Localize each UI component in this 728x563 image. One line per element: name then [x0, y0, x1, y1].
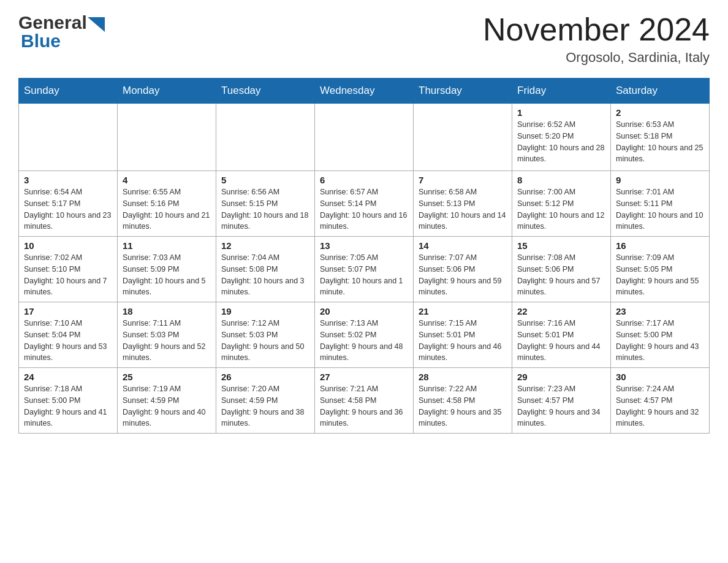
col-saturday: Saturday [611, 79, 710, 104]
day-number: 10 [24, 240, 112, 251]
location-subtitle: Orgosolo, Sardinia, Italy [483, 50, 710, 66]
day-number: 28 [419, 372, 507, 382]
day-info: Sunrise: 7:16 AMSunset: 5:01 PMDaylight:… [517, 318, 605, 364]
page-header: General Blue November 2024 Orgosolo, Sar… [18, 12, 710, 66]
col-tuesday: Tuesday [216, 79, 315, 104]
day-info: Sunrise: 7:08 AMSunset: 5:06 PMDaylight:… [517, 252, 605, 298]
day-number: 21 [419, 306, 507, 316]
logo-arrow-icon [88, 17, 105, 32]
day-number: 1 [517, 107, 605, 118]
day-number: 5 [221, 175, 309, 185]
calendar-week-3: 10Sunrise: 7:02 AMSunset: 5:10 PMDayligh… [19, 237, 710, 302]
calendar-cell: 9Sunrise: 7:01 AMSunset: 5:11 PMDaylight… [611, 171, 710, 237]
day-number: 6 [320, 175, 408, 185]
day-info: Sunrise: 6:57 AMSunset: 5:14 PMDaylight:… [320, 186, 408, 232]
day-number: 9 [616, 175, 704, 185]
day-number: 16 [616, 240, 704, 251]
logo-blue-text: Blue [21, 31, 61, 52]
day-number: 13 [320, 240, 408, 251]
day-number: 19 [221, 306, 309, 316]
calendar-cell: 25Sunrise: 7:19 AMSunset: 4:59 PMDayligh… [118, 368, 216, 434]
logo: General Blue [18, 12, 105, 52]
day-number: 2 [616, 107, 704, 118]
day-number: 29 [517, 372, 605, 382]
title-section: November 2024 Orgosolo, Sardinia, Italy [483, 12, 710, 66]
calendar-cell: 1Sunrise: 6:52 AMSunset: 5:20 PMDaylight… [512, 104, 611, 171]
day-number: 7 [419, 175, 507, 185]
day-info: Sunrise: 7:02 AMSunset: 5:10 PMDaylight:… [24, 252, 112, 298]
calendar-week-1: 1Sunrise: 6:52 AMSunset: 5:20 PMDaylight… [19, 104, 710, 171]
day-info: Sunrise: 7:05 AMSunset: 5:07 PMDaylight:… [320, 252, 408, 298]
calendar-cell [414, 104, 512, 171]
day-info: Sunrise: 7:09 AMSunset: 5:05 PMDaylight:… [616, 252, 704, 298]
day-number: 30 [616, 372, 704, 382]
calendar-cell: 6Sunrise: 6:57 AMSunset: 5:14 PMDaylight… [315, 171, 414, 237]
day-info: Sunrise: 7:13 AMSunset: 5:02 PMDaylight:… [320, 318, 408, 364]
calendar-cell: 11Sunrise: 7:03 AMSunset: 5:09 PMDayligh… [118, 237, 216, 302]
day-info: Sunrise: 7:24 AMSunset: 4:57 PMDaylight:… [616, 383, 704, 429]
day-info: Sunrise: 7:04 AMSunset: 5:08 PMDaylight:… [221, 252, 309, 298]
calendar-week-5: 24Sunrise: 7:18 AMSunset: 5:00 PMDayligh… [19, 368, 710, 434]
calendar-header-row: Sunday Monday Tuesday Wednesday Thursday… [19, 79, 710, 104]
day-number: 8 [517, 175, 605, 185]
day-number: 25 [123, 372, 211, 382]
calendar-cell: 15Sunrise: 7:08 AMSunset: 5:06 PMDayligh… [512, 237, 611, 302]
calendar-cell [19, 104, 118, 171]
calendar-cell: 13Sunrise: 7:05 AMSunset: 5:07 PMDayligh… [315, 237, 414, 302]
calendar-table: Sunday Monday Tuesday Wednesday Thursday… [18, 78, 710, 434]
day-number: 4 [123, 175, 211, 185]
calendar-cell: 14Sunrise: 7:07 AMSunset: 5:06 PMDayligh… [414, 237, 512, 302]
calendar-cell: 20Sunrise: 7:13 AMSunset: 5:02 PMDayligh… [315, 302, 414, 368]
calendar-cell: 12Sunrise: 7:04 AMSunset: 5:08 PMDayligh… [216, 237, 315, 302]
day-info: Sunrise: 7:12 AMSunset: 5:03 PMDaylight:… [221, 318, 309, 364]
calendar-cell: 4Sunrise: 6:55 AMSunset: 5:16 PMDaylight… [118, 171, 216, 237]
day-info: Sunrise: 7:23 AMSunset: 4:57 PMDaylight:… [517, 383, 605, 429]
calendar-cell: 19Sunrise: 7:12 AMSunset: 5:03 PMDayligh… [216, 302, 315, 368]
calendar-cell: 3Sunrise: 6:54 AMSunset: 5:17 PMDaylight… [19, 171, 118, 237]
calendar-cell: 30Sunrise: 7:24 AMSunset: 4:57 PMDayligh… [611, 368, 710, 434]
day-info: Sunrise: 7:01 AMSunset: 5:11 PMDaylight:… [616, 186, 704, 232]
day-info: Sunrise: 7:15 AMSunset: 5:01 PMDaylight:… [419, 318, 507, 364]
calendar-cell: 21Sunrise: 7:15 AMSunset: 5:01 PMDayligh… [414, 302, 512, 368]
calendar-cell: 24Sunrise: 7:18 AMSunset: 5:00 PMDayligh… [19, 368, 118, 434]
day-info: Sunrise: 7:03 AMSunset: 5:09 PMDaylight:… [123, 252, 211, 298]
calendar-cell: 17Sunrise: 7:10 AMSunset: 5:04 PMDayligh… [19, 302, 118, 368]
day-number: 3 [24, 175, 112, 185]
calendar-cell: 29Sunrise: 7:23 AMSunset: 4:57 PMDayligh… [512, 368, 611, 434]
day-info: Sunrise: 6:55 AMSunset: 5:16 PMDaylight:… [123, 186, 211, 232]
col-thursday: Thursday [414, 79, 512, 104]
day-number: 27 [320, 372, 408, 382]
svg-marker-0 [88, 17, 105, 32]
day-number: 15 [517, 240, 605, 251]
calendar-cell: 22Sunrise: 7:16 AMSunset: 5:01 PMDayligh… [512, 302, 611, 368]
calendar-week-4: 17Sunrise: 7:10 AMSunset: 5:04 PMDayligh… [19, 302, 710, 368]
day-info: Sunrise: 7:00 AMSunset: 5:12 PMDaylight:… [517, 186, 605, 232]
calendar-cell [315, 104, 414, 171]
day-info: Sunrise: 6:53 AMSunset: 5:18 PMDaylight:… [616, 119, 704, 165]
day-number: 17 [24, 306, 112, 316]
col-sunday: Sunday [19, 79, 118, 104]
calendar-cell: 28Sunrise: 7:22 AMSunset: 4:58 PMDayligh… [414, 368, 512, 434]
calendar-cell: 5Sunrise: 6:56 AMSunset: 5:15 PMDaylight… [216, 171, 315, 237]
calendar-cell [216, 104, 315, 171]
day-info: Sunrise: 7:18 AMSunset: 5:00 PMDaylight:… [24, 383, 112, 429]
calendar-cell: 27Sunrise: 7:21 AMSunset: 4:58 PMDayligh… [315, 368, 414, 434]
day-number: 20 [320, 306, 408, 316]
day-number: 11 [123, 240, 211, 251]
calendar-week-2: 3Sunrise: 6:54 AMSunset: 5:17 PMDaylight… [19, 171, 710, 237]
calendar-cell: 18Sunrise: 7:11 AMSunset: 5:03 PMDayligh… [118, 302, 216, 368]
day-info: Sunrise: 7:10 AMSunset: 5:04 PMDaylight:… [24, 318, 112, 364]
day-info: Sunrise: 7:07 AMSunset: 5:06 PMDaylight:… [419, 252, 507, 298]
day-info: Sunrise: 7:11 AMSunset: 5:03 PMDaylight:… [123, 318, 211, 364]
calendar-cell [118, 104, 216, 171]
calendar-cell: 2Sunrise: 6:53 AMSunset: 5:18 PMDaylight… [611, 104, 710, 171]
calendar-cell: 7Sunrise: 6:58 AMSunset: 5:13 PMDaylight… [414, 171, 512, 237]
col-wednesday: Wednesday [315, 79, 414, 104]
day-info: Sunrise: 6:56 AMSunset: 5:15 PMDaylight:… [221, 186, 309, 232]
logo-general-text: General [18, 12, 87, 33]
day-info: Sunrise: 6:58 AMSunset: 5:13 PMDaylight:… [419, 186, 507, 232]
day-number: 14 [419, 240, 507, 251]
day-number: 23 [616, 306, 704, 316]
calendar-cell: 8Sunrise: 7:00 AMSunset: 5:12 PMDaylight… [512, 171, 611, 237]
day-number: 18 [123, 306, 211, 316]
